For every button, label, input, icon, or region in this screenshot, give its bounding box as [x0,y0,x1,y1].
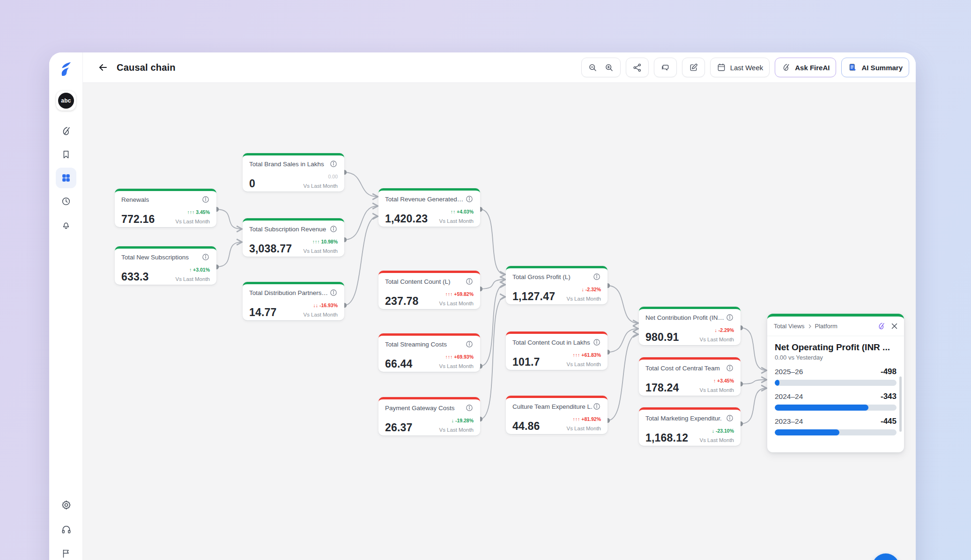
vs-last-month-label: Vs Last Month [439,363,474,369]
info-icon[interactable] [465,195,474,203]
node-total-content-cout-in-lakhs[interactable]: Total Content Cout in Lakhs 101.7 ↑↑↑ +6… [506,332,608,370]
breadcrumb-platform[interactable]: Platform [815,323,838,330]
info-icon[interactable] [329,160,338,168]
node-value: 101.7 [512,356,540,368]
info-icon[interactable] [201,253,210,261]
node-renewals[interactable]: Renewals 772.16 ↑↑↑ 3.45% Vs Last Month [115,189,216,227]
node-total-gross-profit[interactable]: Total Gross Profit (L) 1,127.47 ↓ -2.32%… [506,266,608,304]
ask-fireai-button[interactable]: Ask FireAI [775,58,836,77]
node-total-streaming-costs[interactable]: Total Streaming Costs 66.44 ↑↑↑ +69.93% … [378,333,480,372]
node-value: 1,168.12 [645,432,688,444]
vs-last-month-label: Vs Last Month [303,248,338,254]
bar-label: 2025–26 [775,368,803,376]
calendar-icon [717,63,726,72]
node-trend: 0.00 [328,174,338,179]
info-icon[interactable] [201,195,210,204]
vs-last-month-label: Vs Last Month [699,387,734,393]
node-value: 0 [249,177,255,190]
fireai-flame-icon [781,63,791,72]
node-title: Total Marketing Expenditur. [645,415,722,422]
vs-last-month-label: Vs Last Month [303,312,338,317]
node-total-cost-of-central-team[interactable]: Total Cost of Central Team 178.24 ↑ +3.4… [639,357,741,396]
workspace-avatar[interactable]: abc [56,91,76,111]
share-button[interactable] [626,58,649,77]
node-value: 44.86 [512,420,540,433]
node-value: 1,420.23 [385,213,428,225]
panel-scrollbar[interactable] [899,376,902,432]
node-title: Net Contribution Profit (INR... [645,314,726,321]
bar-row-2025-26: 2025–26 -498 [775,367,897,386]
chat-bubbles-icon [660,63,670,73]
bar-fill [775,405,868,411]
chevron-right-icon [807,324,813,329]
date-range-button[interactable]: Last Week [710,58,770,77]
bar-label: 2023–24 [775,417,803,426]
back-button[interactable] [95,59,111,75]
info-icon[interactable] [465,340,474,348]
bar-fill [775,429,839,435]
node-trend: ↑ +3.45% [713,378,734,383]
breadcrumb-total-views[interactable]: Total Views [774,323,805,330]
node-title: Total Content Cout in Lakhs [512,339,590,346]
info-icon[interactable] [726,414,734,422]
node-value: 772.16 [121,213,155,226]
detail-panel: Total Views Platform Net Operating Profi… [767,314,904,452]
info-icon[interactable] [465,277,474,286]
info-icon[interactable] [726,313,734,322]
info-icon[interactable] [593,273,601,281]
node-total-brand-sales[interactable]: Total Brand Sales in Lakhs 0 0.00 Vs Las… [243,153,344,192]
zoom-out-icon[interactable] [588,63,598,73]
info-icon[interactable] [329,288,338,297]
vs-last-month-label: Vs Last Month [566,426,601,431]
sidebar-item-dashboards[interactable] [56,168,76,188]
edit-button[interactable] [682,58,705,77]
ai-summary-button[interactable]: AI Summary [841,58,909,77]
node-trend: ↓ -19.28% [452,418,474,423]
bell-icon [61,220,71,230]
node-total-distribution-partnership[interactable]: Total Distribution Partnership 14.77 ↓↓ … [243,282,344,320]
sidebar-item-flame[interactable] [56,121,76,141]
vs-last-month-label: Vs Last Month [175,219,210,224]
causal-chain-canvas[interactable]: Total Brand Sales in Lakhs 0 0.00 Vs Las… [83,83,916,560]
node-total-revenue-generated[interactable]: Total Revenue Generated (L) 1,420.23 ↑↑ … [378,188,480,227]
node-title: Total New Subscriptions [121,254,189,261]
sidebar-item-support[interactable] [56,519,76,539]
vs-last-month-label: Vs Last Month [439,301,474,306]
clock-icon [61,196,71,206]
close-icon[interactable] [890,322,898,330]
gear-icon [61,500,72,510]
info-icon[interactable] [465,404,474,412]
node-trend: ↑↑↑ +69.93% [445,354,474,360]
node-total-content-count[interactable]: Total Content Count (L) 237.78 ↑↑↑ +59.8… [378,271,480,309]
info-icon[interactable] [593,402,601,411]
node-total-new-subscriptions[interactable]: Total New Subscriptions 633.3 ↑ +3.01% V… [115,246,216,285]
sidebar-item-feedback[interactable] [56,543,76,560]
node-title: Total Brand Sales in Lakhs [249,161,324,168]
zoom-in-icon[interactable] [604,63,614,73]
info-icon[interactable] [593,338,601,346]
share-icon [632,63,642,73]
node-trend: ↓↓ -16.93% [313,302,338,308]
node-value: 66.44 [385,358,413,370]
node-culture-team-expenditure[interactable]: Culture Team Expenditure L. 44.86 ↑↑↑ +8… [506,396,608,434]
sidebar-item-notifications[interactable] [56,214,76,235]
sidebar: abc [49,52,83,560]
sidebar-item-history[interactable] [56,191,76,212]
node-trend: ↓ -2.29% [715,327,734,333]
app-window: abc Causal chain [49,52,916,560]
node-value: 26.37 [385,421,413,434]
flame-icon[interactable] [877,322,886,331]
node-net-contribution-profit[interactable]: Net Contribution Profit (INR... 980.91 ↓… [639,307,741,345]
info-icon[interactable] [726,364,734,372]
node-trend: ↓ -2.32% [582,287,601,292]
info-icon[interactable] [329,225,338,233]
comments-button[interactable] [654,58,677,77]
sidebar-item-settings[interactable] [56,494,76,515]
node-total-subscription-revenue[interactable]: Total Subscription Revenue 3,038.77 ↑↑↑ … [243,218,344,257]
fireai-logo[interactable] [57,60,75,79]
node-total-marketing-expenditure[interactable]: Total Marketing Expenditur. 1,168.12 ↓ -… [639,407,741,446]
node-title: Culture Team Expenditure L. [512,403,593,410]
bar-fill [775,380,779,386]
sidebar-item-bookmarks[interactable] [56,144,76,165]
node-payment-gateway-costs[interactable]: Payment Gateway Costs 26.37 ↓ -19.28% Vs… [378,397,480,435]
